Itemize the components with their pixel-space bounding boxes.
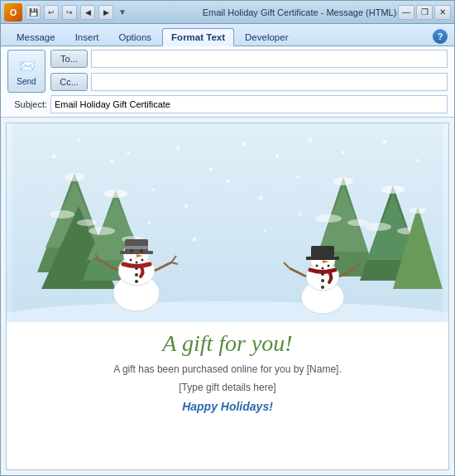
svg-point-7 [50,210,74,219]
gift-subtitle: A gift has been purchased online for you… [113,363,342,375]
svg-point-11 [104,190,127,198]
svg-point-57 [328,265,330,267]
title-bar-left: O 💾 ↩ ↪ ◀ ▶ ▼ [4,3,201,22]
svg-point-76 [151,188,155,191]
toolbar-dropdown-indicator: ▼ [118,7,127,17]
svg-point-6 [65,173,84,181]
svg-rect-19 [125,246,148,249]
svg-point-69 [209,167,213,171]
undo-toolbar-btn[interactable]: ↩ [44,5,59,20]
tab-developer[interactable]: Developer [236,28,297,46]
svg-point-37 [333,177,353,185]
svg-point-80 [296,175,299,179]
svg-point-77 [184,204,189,209]
svg-point-81 [127,151,130,154]
svg-point-82 [147,221,151,224]
tab-insert[interactable]: Insert [66,28,108,46]
svg-point-53 [326,255,329,258]
svg-point-75 [416,159,419,162]
svg-rect-50 [311,246,334,258]
svg-point-21 [140,249,143,252]
svg-point-12 [89,227,115,235]
svg-point-56 [322,267,324,270]
svg-point-38 [315,214,342,223]
svg-point-42 [381,185,405,194]
svg-point-43 [365,223,391,231]
svg-point-20 [130,249,133,252]
send-icon: 📨 [17,57,36,75]
ribbon-tabs: Message Insert Options Format Text Devel… [1,24,454,46]
cc-row: Cc... [50,73,448,91]
svg-point-66 [77,138,80,142]
svg-point-79 [259,196,263,200]
send-label: Send [17,77,36,86]
save-toolbar-btn[interactable]: 💾 [26,5,41,20]
svg-point-27 [135,273,138,276]
holiday-illustration [7,123,448,322]
svg-point-60 [321,286,324,289]
close-button[interactable]: ✕ [434,5,451,20]
to-button[interactable]: To... [50,50,88,68]
tab-message[interactable]: Message [7,28,65,46]
svg-point-65 [52,155,56,159]
svg-point-25 [141,259,144,262]
window-title: Email Holiday Gift Certificate - Message… [201,7,398,17]
subject-row: Subject: [7,95,448,113]
svg-point-28 [135,280,138,283]
tab-options[interactable]: Options [109,28,160,46]
restore-button[interactable]: ❐ [416,5,433,20]
svg-rect-18 [120,251,153,254]
send-button[interactable]: 📨 Send [7,50,46,93]
card-text-area: A gift for you! A gift has been purchase… [97,322,358,469]
ribbon: Message Insert Options Format Text Devel… [1,24,454,46]
back-toolbar-btn[interactable]: ◀ [80,5,95,20]
to-row: To... [50,50,448,68]
minimize-button[interactable]: — [398,5,414,20]
svg-point-85 [299,213,302,216]
svg-point-67 [110,159,113,162]
svg-point-70 [242,142,247,147]
email-body: A gift for you! A gift has been purchase… [6,123,449,470]
svg-point-84 [263,229,266,233]
svg-point-83 [193,238,197,242]
window-controls: — ❐ ✕ [398,5,451,20]
subject-label: Subject: [7,99,47,109]
redo-toolbar-btn[interactable]: ↪ [62,5,77,20]
svg-point-8 [77,219,97,226]
subject-input[interactable] [50,95,448,113]
svg-point-71 [275,155,279,158]
svg-point-55 [316,265,318,267]
svg-point-59 [321,279,324,282]
gift-title: A gift for you! [162,330,292,357]
svg-point-24 [136,262,138,264]
tab-format-text[interactable]: Format Text [162,28,234,46]
office-logo-icon: O [4,3,22,22]
cc-input[interactable] [91,73,448,91]
to-input[interactable] [91,50,448,68]
svg-point-23 [130,259,132,262]
svg-point-68 [176,147,180,151]
svg-rect-51 [306,257,339,260]
gift-details: [Type gift details here] [179,382,275,393]
cc-button[interactable]: Cc... [50,73,88,91]
svg-point-73 [342,151,345,154]
svg-point-72 [309,138,313,142]
svg-point-78 [226,180,229,183]
svg-point-74 [383,140,387,144]
outlook-window: O 💾 ↩ ↪ ◀ ▶ ▼ Email Holiday Gift Certifi… [0,0,455,476]
svg-point-39 [347,219,369,226]
help-button[interactable]: ? [433,29,448,44]
title-bar: O 💾 ↩ ↪ ◀ ▶ ▼ Email Holiday Gift Certifi… [1,1,454,24]
svg-point-52 [316,255,319,258]
happy-holidays: Happy Holidays! [182,400,273,413]
email-form: 📨 Send To... Cc... Subject: [1,46,454,118]
fwd-toolbar-btn[interactable]: ▶ [98,5,113,20]
svg-point-46 [410,207,426,214]
